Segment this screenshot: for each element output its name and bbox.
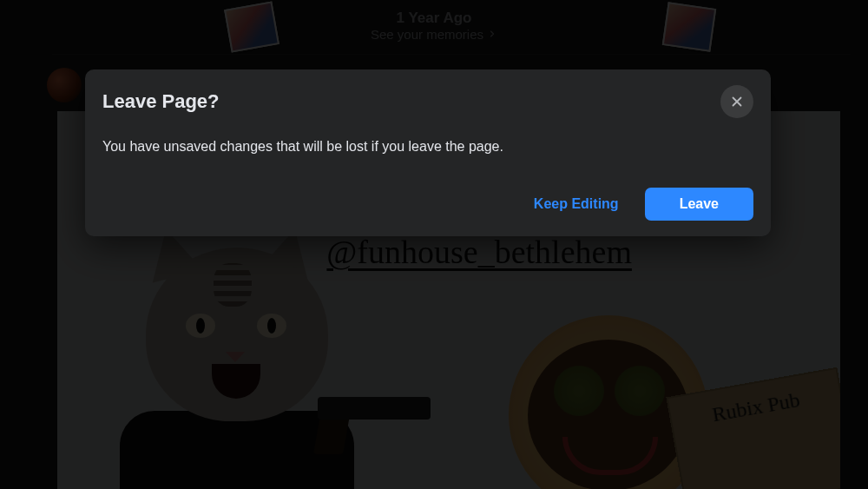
app-stage: 1 Year Ago See your memories @funhouse_b…: [0, 0, 868, 489]
dialog-body-text: You have unsaved changes that will be lo…: [102, 137, 753, 156]
dialog-title: Leave Page?: [102, 90, 220, 113]
close-button[interactable]: [720, 85, 753, 118]
leave-button[interactable]: Leave: [645, 188, 753, 221]
keep-editing-button[interactable]: Keep Editing: [518, 188, 635, 221]
close-icon: [729, 94, 745, 109]
dialog-header: Leave Page?: [102, 85, 753, 118]
leave-page-dialog: Leave Page? You have unsaved changes tha…: [85, 69, 771, 236]
dialog-actions: Keep Editing Leave: [102, 188, 753, 221]
